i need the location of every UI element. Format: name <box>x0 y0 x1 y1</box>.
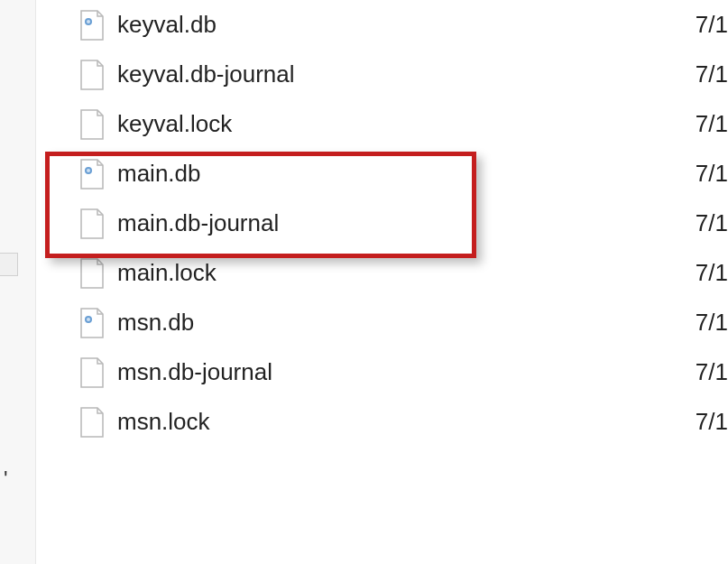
file-name: keyval.lock <box>117 110 728 138</box>
svg-point-5 <box>87 318 90 321</box>
file-date: 7/1 <box>696 60 728 88</box>
file-row[interactable]: main.db-journal 7/1 <box>36 199 728 248</box>
file-name: msn.db-journal <box>117 358 728 386</box>
sidebar-fragment-text: ' <box>4 467 8 492</box>
file-name: main.lock <box>117 259 728 287</box>
blank-file-icon <box>79 208 105 240</box>
db-file-icon <box>79 9 105 42</box>
file-name: keyval.db-journal <box>117 60 728 88</box>
file-date: 7/1 <box>696 358 728 386</box>
file-row[interactable]: keyval.db 7/1 <box>36 0 728 50</box>
file-date: 7/1 <box>696 11 728 39</box>
db-file-icon <box>79 307 105 339</box>
file-date: 7/1 <box>696 160 728 188</box>
blank-file-icon <box>79 108 105 141</box>
file-row[interactable]: main.db 7/1 <box>36 149 728 199</box>
file-date: 7/1 <box>696 110 728 138</box>
file-list: keyval.db 7/1 keyval.db-journal 7/1 keyv… <box>36 0 728 447</box>
svg-point-1 <box>87 20 90 23</box>
file-row[interactable]: msn.db 7/1 <box>36 298 728 347</box>
file-name: keyval.db <box>117 11 728 39</box>
file-date: 7/1 <box>696 408 728 436</box>
file-date: 7/1 <box>696 259 728 287</box>
blank-file-icon <box>79 406 105 439</box>
file-row[interactable]: msn.db-journal 7/1 <box>36 347 728 397</box>
file-row[interactable]: keyval.lock 7/1 <box>36 99 728 149</box>
file-row[interactable]: main.lock 7/1 <box>36 248 728 298</box>
blank-file-icon <box>79 356 105 389</box>
blank-file-icon <box>79 257 105 290</box>
file-name: main.db-journal <box>117 209 728 237</box>
blank-file-icon <box>79 59 105 91</box>
sidebar-collapse-tab[interactable] <box>0 253 18 276</box>
sidebar-panel: ' <box>0 0 36 564</box>
svg-point-3 <box>87 169 90 172</box>
file-date: 7/1 <box>696 309 728 337</box>
file-name: msn.lock <box>117 408 728 436</box>
file-name: main.db <box>117 160 728 188</box>
file-row[interactable]: keyval.db-journal 7/1 <box>36 50 728 99</box>
file-name: msn.db <box>117 309 728 337</box>
file-date: 7/1 <box>696 209 728 237</box>
file-row[interactable]: msn.lock 7/1 <box>36 397 728 447</box>
db-file-icon <box>79 158 105 190</box>
